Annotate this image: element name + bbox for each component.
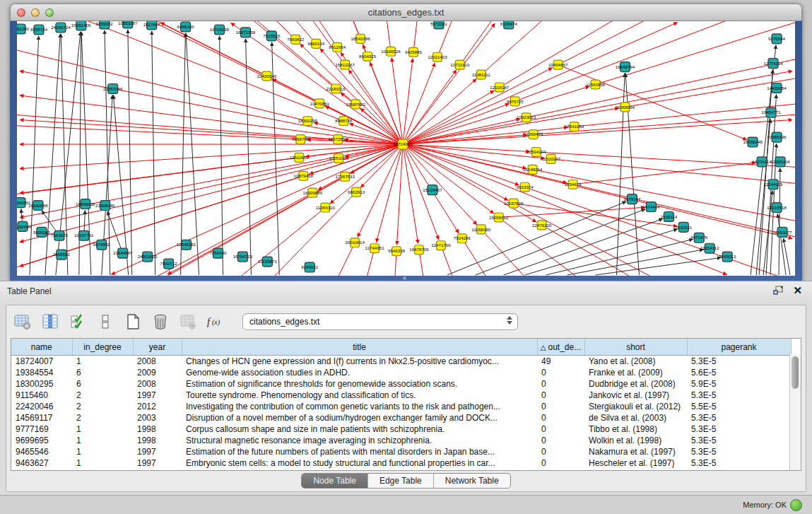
column-header-short[interactable]: short [584, 339, 687, 356]
table-cell[interactable]: 1997 [133, 446, 182, 457]
table-cell[interactable]: 1 [72, 424, 133, 435]
column-header-out_de[interactable]: △out_de... [537, 339, 584, 356]
table-cell[interactable]: Wolkin et al. (1998) [584, 435, 687, 446]
table-cell[interactable]: Franke et al. (2009) [584, 367, 687, 378]
column-header-title[interactable]: title [182, 339, 537, 356]
delete-rows-icon[interactable] [150, 311, 171, 332]
column-header-year[interactable]: year [133, 339, 182, 356]
table-cell[interactable]: 0 [537, 424, 584, 435]
table-cell[interactable]: 6 [72, 367, 133, 378]
table-cell[interactable]: 5.3E-5 [687, 435, 791, 446]
table-cell[interactable]: 9115460 [11, 390, 72, 401]
table-cell[interactable]: Dudbridge et al. (2008) [584, 378, 687, 390]
table-cell[interactable]: 2008 [133, 356, 182, 368]
table-cell[interactable]: 1997 [133, 457, 182, 469]
table-row[interactable]: 969969511998Structural magnetic resonanc… [11, 435, 791, 446]
table-cell[interactable]: 2012 [133, 401, 182, 412]
table-cell[interactable]: 1 [72, 446, 133, 457]
table-cell[interactable]: Estimation of the future numbers of pati… [182, 446, 537, 457]
table-cell[interactable]: Stergiakouli et al. (2012) [584, 401, 687, 412]
table-cell[interactable]: 5.3E-5 [687, 446, 791, 457]
table-row[interactable]: 1830029562008Estimation of significance … [11, 378, 791, 390]
function-builder-icon[interactable]: f(x) [205, 311, 226, 332]
table-cell[interactable]: 5.3E-5 [687, 412, 791, 424]
table-row[interactable]: 946362711997Embryonic stem cells: a mode… [11, 457, 791, 469]
table-settings-icon[interactable] [12, 311, 33, 332]
table-cell[interactable]: Jankovic et al. (1997) [584, 390, 687, 401]
network-canvas[interactable]: 2661280835572424355724206914069156632106… [17, 21, 795, 276]
table-cell[interactable]: 1997 [133, 390, 182, 401]
table-cell[interactable]: 1998 [133, 435, 182, 446]
table-cell[interactable]: 5.3E-5 [687, 457, 791, 469]
table-cell[interactable]: Estimation of significance thresholds fo… [182, 378, 537, 390]
table-cell[interactable]: 2 [72, 412, 133, 424]
table-cell[interactable]: Hescheler et al. (1997) [584, 457, 687, 469]
table-cell[interactable]: Embryonic stem cells: a model to study s… [182, 457, 537, 469]
table-cell[interactable]: 2 [72, 390, 133, 401]
table-cell[interactable]: 0 [537, 446, 584, 457]
column-header-pagerank[interactable]: pagerank [687, 339, 791, 356]
table-cell[interactable]: 0 [537, 412, 584, 424]
new-table-icon[interactable] [122, 311, 143, 332]
tab-network-table[interactable]: Network Table [434, 474, 510, 488]
window-titlebar[interactable]: citations_edges.txt [10, 4, 802, 21]
vertical-scrollbar[interactable] [789, 354, 801, 470]
table-cell[interactable]: Yano et al. (2008) [584, 356, 687, 368]
table-row[interactable]: 1456911722003Disruption of a novel membe… [11, 412, 791, 424]
table-cell[interactable]: 5.3E-5 [687, 424, 791, 435]
table-cell[interactable]: 0 [537, 457, 584, 469]
table-cell[interactable]: 0 [537, 390, 584, 401]
table-cell[interactable]: 14569117 [11, 412, 72, 424]
table-cell[interactable]: 0 [537, 435, 584, 446]
table-cell[interactable]: 2008 [133, 378, 182, 390]
table-cell[interactable]: Disruption of a novel member of a sodium… [182, 412, 537, 424]
network-table-selector[interactable]: citations_edges.txt [242, 313, 518, 330]
column-header-name[interactable]: name [11, 339, 72, 356]
table-cell[interactable]: 5.6E-5 [687, 367, 791, 378]
table-cell[interactable]: 19384554 [11, 367, 72, 378]
table-cell[interactable]: 5.3E-5 [687, 390, 791, 401]
table-cell[interactable]: 9699695 [11, 435, 72, 446]
merge-rows-icon[interactable] [95, 311, 116, 332]
table-cell[interactable]: 0 [537, 401, 584, 412]
table-cell[interactable]: 2009 [133, 367, 182, 378]
table-cell[interactable]: 1 [72, 435, 133, 446]
table-cell[interactable]: 22420046 [11, 401, 72, 412]
table-cell[interactable]: Corpus callosum shape and size in male p… [182, 424, 537, 435]
row-selection-icon[interactable] [67, 311, 88, 332]
table-cell[interactable]: 1998 [133, 424, 182, 435]
table-cell[interactable]: 49 [537, 356, 584, 368]
table-cell[interactable]: de Silva et al. (2003) [584, 412, 687, 424]
column-chooser-icon[interactable] [40, 311, 61, 332]
table-cell[interactable]: 2 [72, 401, 133, 412]
table-cell[interactable]: 18724007 [11, 356, 72, 368]
table-cell[interactable]: 9465546 [11, 446, 72, 457]
table-cell[interactable]: 6 [72, 378, 133, 390]
table-cell[interactable]: 9463627 [11, 457, 72, 469]
table-row[interactable]: 946554611997Estimation of the future num… [11, 446, 791, 457]
table-cell[interactable]: Structural magnetic resonance image aver… [182, 435, 537, 446]
table-cell[interactable]: 1 [72, 457, 133, 469]
table-cell[interactable]: Nakamura et al. (1997) [584, 446, 687, 457]
table-row[interactable]: 1872400712008Changes of HCN gene express… [11, 356, 791, 368]
table-cell[interactable]: Tibbo et al. (1998) [584, 424, 687, 435]
table-cell[interactable]: 2003 [133, 412, 182, 424]
close-panel-icon[interactable]: ✕ [793, 284, 802, 297]
table-cell[interactable]: Changes of HCN gene expression and I(f) … [182, 356, 537, 368]
memory-status-icon[interactable] [790, 499, 802, 511]
table-cell[interactable]: Tourette syndrome. Phenomenology and cla… [182, 390, 537, 401]
table-cell[interactable]: Genome-wide association studies in ADHD. [182, 367, 537, 378]
table-cell[interactable]: Investigating the contribution of common… [182, 401, 537, 412]
table-cell[interactable]: 1 [72, 356, 133, 368]
table-cell[interactable]: 5.3E-5 [687, 356, 791, 368]
float-panel-icon[interactable] [773, 286, 784, 296]
tab-edge-table[interactable]: Edge Table [368, 474, 434, 488]
table-row[interactable]: 911546021997Tourette syndrome. Phenomeno… [11, 390, 791, 401]
table-cell[interactable]: 5.5E-5 [687, 401, 791, 412]
tab-node-table[interactable]: Node Table [302, 474, 368, 488]
column-header-in_degree[interactable]: in_degree [72, 339, 133, 356]
resize-grip[interactable] [403, 276, 406, 280]
table-row[interactable]: 1938455462009Genome-wide association stu… [11, 367, 791, 378]
scrollbar-thumb[interactable] [792, 356, 799, 389]
table-cell[interactable]: 0 [537, 378, 584, 390]
